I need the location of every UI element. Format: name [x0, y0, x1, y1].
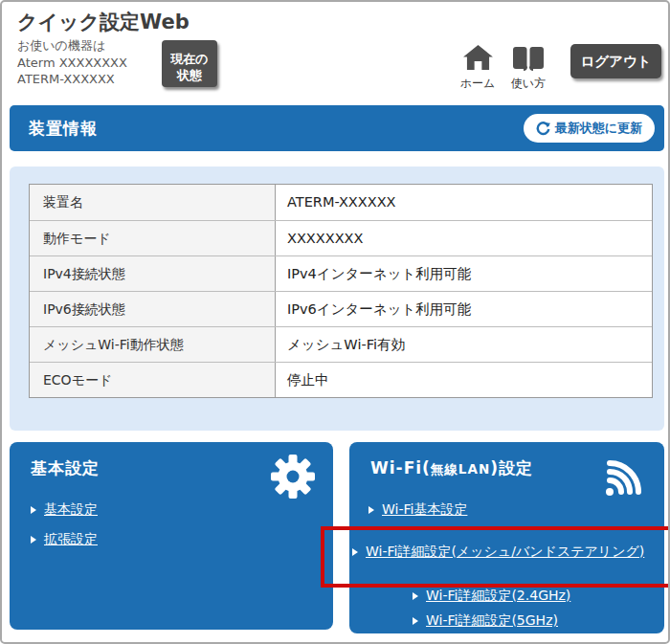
link-label: 基本設定: [44, 501, 98, 519]
home-button[interactable]: ホーム: [456, 45, 500, 92]
table-row: 装置名 ATERM-XXXXXX: [30, 185, 652, 220]
row-label: 装置名: [30, 185, 276, 220]
device-info: お使いの機器は Aterm XXXXXXXX ATERM-XXXXXX: [17, 37, 127, 88]
link-wifi-detail-24ghz[interactable]: Wi-Fi詳細設定(2.4GHz): [413, 588, 570, 605]
card-wifi-settings: Wi-Fi(無線LAN)設定 Wi-Fi基本設定 Wi-Fi詳細設定(メッシュ/…: [349, 442, 664, 633]
row-value: IPv4インターネット利用可能: [276, 256, 652, 291]
table-row: IPv4接続状態 IPv4インターネット利用可能: [30, 255, 652, 291]
device-table: 装置名 ATERM-XXXXXX 動作モード XXXXXXXX IPv4接続状態…: [29, 184, 653, 398]
device-info-line: Aterm XXXXXXXX: [17, 55, 127, 72]
row-value: メッシュWi-Fi有効: [276, 327, 652, 362]
triangle-icon: [31, 506, 36, 514]
link-label: Wi-Fi詳細設定(メッシュ/バンドステアリング): [366, 544, 644, 561]
triangle-icon: [352, 548, 358, 556]
home-label: ホーム: [460, 76, 496, 92]
refresh-label: 最新状態に更新: [555, 120, 642, 137]
section-title: 装置情報: [29, 118, 98, 140]
row-value: IPv6インターネット利用可能: [276, 292, 652, 326]
row-label: IPv4接続状態: [30, 256, 276, 291]
help-button[interactable]: 使い方: [503, 47, 553, 92]
link-wifi-detail-mesh-bandsteering[interactable]: Wi-Fi詳細設定(メッシュ/バンドステアリング): [352, 544, 644, 561]
row-label: IPv6接続状態: [30, 292, 276, 326]
row-label: ECOモード: [30, 363, 276, 397]
link-wifi-basic[interactable]: Wi-Fi基本設定: [368, 501, 467, 519]
table-row: メッシュWi-Fi動作状態 メッシュWi-Fi有効: [30, 326, 652, 362]
gear-icon: [270, 454, 316, 503]
triangle-icon: [368, 506, 374, 514]
row-label: 動作モード: [30, 221, 276, 255]
wifi-icon: [605, 455, 649, 500]
page: クイック設定Web お使いの機器は Aterm XXXXXXXX ATERM-X…: [0, 0, 670, 644]
triangle-icon: [31, 536, 36, 544]
triangle-icon: [413, 617, 418, 625]
current-status-label-line1: 現在の: [170, 52, 208, 66]
app-title: クイック設定Web: [17, 9, 190, 35]
row-value: ATERM-XXXXXX: [276, 185, 652, 220]
table-row: IPv6接続状態 IPv6インターネット利用可能: [30, 291, 652, 326]
link-label: Wi-Fi基本設定: [382, 501, 467, 519]
row-value: XXXXXXXX: [276, 221, 652, 255]
home-icon: [463, 45, 493, 74]
card-wifi-title-small: 無線LAN: [431, 461, 490, 477]
card-basic-settings: 基本設定 基本設定: [10, 442, 333, 630]
link-label: Wi-Fi詳細設定(2.4GHz): [426, 588, 570, 605]
basic-links: 基本設定 拡張設定: [31, 500, 98, 559]
link-wifi-detail-5ghz[interactable]: Wi-Fi詳細設定(5GHz): [413, 612, 558, 630]
card-wifi-title-pre: Wi-Fi(: [370, 458, 431, 477]
link-label: 拡張設定: [44, 531, 98, 548]
link-basic-settings[interactable]: 基本設定: [31, 500, 98, 521]
table-row: ECOモード 停止中: [30, 362, 652, 397]
row-label: メッシュWi-Fi動作状態: [30, 327, 276, 362]
device-info-line: お使いの機器は: [17, 37, 127, 55]
book-icon: [511, 47, 546, 74]
triangle-icon: [413, 592, 418, 600]
logout-button[interactable]: ログアウト: [570, 44, 661, 78]
device-info-line: ATERM-XXXXXX: [17, 71, 127, 88]
current-status-label-line2: 状態: [177, 68, 202, 82]
link-label: Wi-Fi詳細設定(5GHz): [426, 612, 558, 630]
section-bar-device-info: 装置情報 最新状態に更新: [10, 105, 664, 151]
help-label: 使い方: [511, 76, 546, 92]
current-status-button[interactable]: 現在の 状態: [162, 40, 217, 87]
link-extended-settings[interactable]: 拡張設定: [31, 529, 98, 550]
card-wifi-title-post: )設定: [490, 458, 533, 477]
refresh-status-button[interactable]: 最新状態に更新: [524, 114, 655, 143]
table-row: 動作モード XXXXXXXX: [30, 220, 652, 255]
card-basic-title: 基本設定: [31, 457, 100, 479]
row-value: 停止中: [276, 363, 652, 397]
refresh-icon: [536, 122, 550, 136]
card-wifi-title: Wi-Fi(無線LAN)設定: [370, 457, 533, 479]
